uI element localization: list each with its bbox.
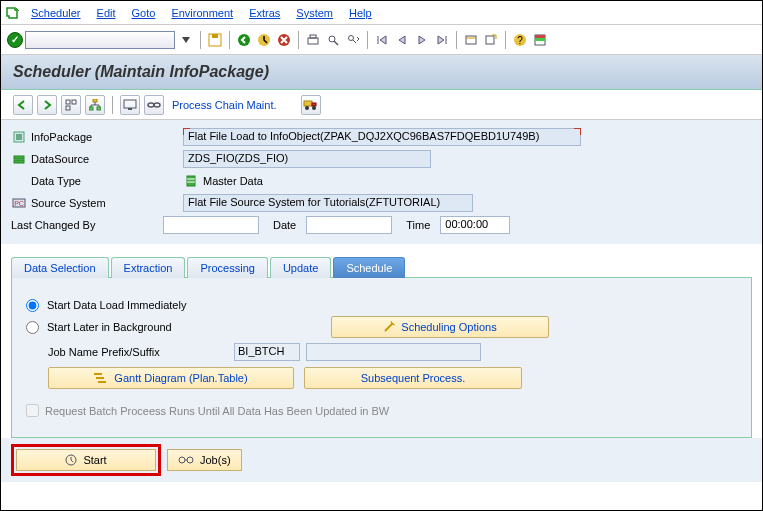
tab-strip: Data Selection Extraction Processing Upd… [11,256,752,278]
time-value[interactable]: 00:00:00 [440,216,510,234]
job-name-label: Job Name Prefix/Suffix [48,346,228,358]
radio-row-immediate: Start Data Load Immediately [26,294,737,316]
tab-update[interactable]: Update [270,257,331,278]
start-button[interactable]: Start [16,449,156,471]
tab-schedule[interactable]: Schedule [333,257,405,278]
help-icon[interactable]: ? [511,31,529,49]
svg-rect-6 [310,35,316,38]
menu-system[interactable]: System [290,5,339,21]
svg-line-10 [353,40,356,43]
find-next-icon[interactable] [344,31,362,49]
layout-icon[interactable] [531,31,549,49]
wand-icon [383,321,395,333]
source-value: Flat File Source System for Tutorials(ZF… [183,194,473,212]
lastchanged-label: Last Changed By [11,219,163,231]
system-menu-icon[interactable] [5,6,21,20]
process-chain-link[interactable]: Process Chain Maint. [168,97,281,113]
scheduling-options-label: Scheduling Options [401,321,496,333]
save-icon[interactable] [206,31,224,49]
form-area: InfoPackage Flat File Load to InfoObject… [1,120,762,244]
menu-scheduler[interactable]: Scheduler [25,5,87,21]
tab-body-schedule: Start Data Load Immediately Start Later … [11,278,752,438]
page-title: Scheduler (Maintain InfoPackage) [1,55,762,90]
shortcut-icon[interactable] [482,31,500,49]
svg-rect-34 [16,134,22,140]
scheduling-options-button[interactable]: Scheduling Options [331,316,549,338]
radio-later[interactable] [26,321,39,334]
menu-help[interactable]: Help [343,5,378,21]
svg-rect-35 [14,156,24,159]
gantt-icon [94,373,108,383]
command-dropdown-icon[interactable] [177,31,195,49]
source-system-icon: PC [11,195,27,211]
prev-page-icon[interactable] [393,31,411,49]
svg-rect-43 [96,377,104,379]
job-suffix-input[interactable] [306,343,481,361]
datatype-label: Data Type [31,175,183,187]
datatype-value: Master Data [203,175,263,187]
print-icon[interactable] [304,31,322,49]
svg-rect-36 [14,160,24,163]
first-page-icon[interactable] [373,31,391,49]
menu-environment[interactable]: Environment [165,5,239,21]
svg-point-9 [349,35,354,40]
hierarchy-icon[interactable] [85,95,105,115]
tab-data-selection[interactable]: Data Selection [11,257,109,278]
tab-processing[interactable]: Processing [187,257,267,278]
transport-icon[interactable] [301,95,321,115]
form-row-lastchanged: Last Changed By Date Time 00:00:00 [11,214,752,236]
jobs-button[interactable]: Job(s) [167,449,242,471]
monitor-icon[interactable] [120,95,140,115]
chain-icon[interactable] [144,95,164,115]
back-icon[interactable] [235,31,253,49]
svg-rect-37 [187,176,195,186]
subsequent-button[interactable]: Subsequent Process. [304,367,522,389]
lastchanged-value[interactable] [163,216,259,234]
enter-icon[interactable]: ✓ [7,32,23,48]
menu-goto[interactable]: Goto [126,5,162,21]
radio-later-label: Start Later in Background [47,321,327,333]
job-name-row: Job Name Prefix/Suffix BI_BTCH [48,340,737,364]
svg-point-46 [179,457,185,463]
find-icon[interactable] [324,31,342,49]
radio-immediate-label: Start Data Load Immediately [47,299,186,311]
date-value[interactable] [306,216,392,234]
nav-back-icon[interactable] [13,95,33,115]
infopackage-value: Flat File Load to InfoObject(ZPAK_DQJ2XQ… [183,128,581,146]
svg-point-31 [305,106,309,110]
command-field[interactable] [25,31,175,49]
svg-rect-22 [93,99,97,102]
svg-point-47 [187,457,193,463]
gantt-button[interactable]: Gantt Diagram (Plan.Table) [48,367,294,389]
standard-toolbar: ✓ ? [1,25,762,55]
svg-rect-44 [98,381,106,383]
overview-icon[interactable] [61,95,81,115]
svg-line-8 [334,41,338,45]
svg-rect-1 [212,34,218,38]
new-session-icon[interactable] [462,31,480,49]
nav-forward-icon[interactable] [37,95,57,115]
exit-icon[interactable] [255,31,273,49]
batch-checkbox-label: Request Batch Proceess Runs Until All Da… [45,405,389,417]
menu-extras[interactable]: Extras [243,5,286,21]
svg-rect-24 [97,107,101,110]
svg-text:PC: PC [14,200,24,207]
menu-edit[interactable]: Edit [91,5,122,21]
last-page-icon[interactable] [433,31,451,49]
svg-rect-18 [535,38,545,41]
job-prefix-input[interactable]: BI_BTCH [234,343,300,361]
svg-rect-17 [535,35,545,38]
tab-extraction[interactable]: Extraction [111,257,186,278]
svg-rect-21 [66,106,70,110]
svg-rect-13 [486,36,494,44]
next-page-icon[interactable] [413,31,431,49]
svg-rect-30 [312,103,316,106]
start-label: Start [83,454,106,466]
radio-immediate[interactable] [26,299,39,312]
cancel-icon[interactable] [275,31,293,49]
svg-rect-25 [124,100,136,108]
svg-point-28 [154,103,160,107]
svg-rect-26 [128,108,132,110]
svg-rect-5 [308,38,318,44]
tab-region: Data Selection Extraction Processing Upd… [11,256,752,438]
